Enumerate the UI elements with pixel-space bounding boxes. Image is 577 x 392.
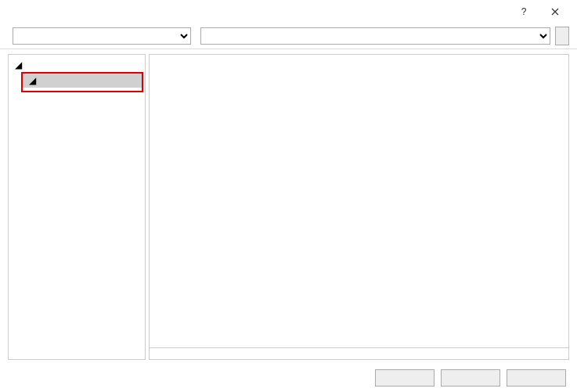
apply-button[interactable] <box>507 369 566 387</box>
property-grid[interactable] <box>149 54 569 348</box>
cancel-button[interactable] <box>441 369 500 387</box>
help-button[interactable]: ? <box>508 1 539 23</box>
tree-root[interactable]: ◢ <box>9 58 145 72</box>
close-button[interactable] <box>539 1 571 23</box>
chevron-down-icon: ◢ <box>29 75 37 86</box>
config-select[interactable] <box>13 27 191 45</box>
nav-tree[interactable]: ◢ ◢ <box>8 54 146 360</box>
config-manager-button[interactable] <box>555 27 569 45</box>
description-panel <box>149 348 569 360</box>
tree-item[interactable] <box>34 88 142 91</box>
tree-node-cc[interactable]: ◢ <box>23 74 142 88</box>
chevron-down-icon: ◢ <box>15 59 23 70</box>
close-icon <box>551 8 559 16</box>
platform-select[interactable] <box>200 27 550 45</box>
ok-button[interactable] <box>375 369 435 387</box>
